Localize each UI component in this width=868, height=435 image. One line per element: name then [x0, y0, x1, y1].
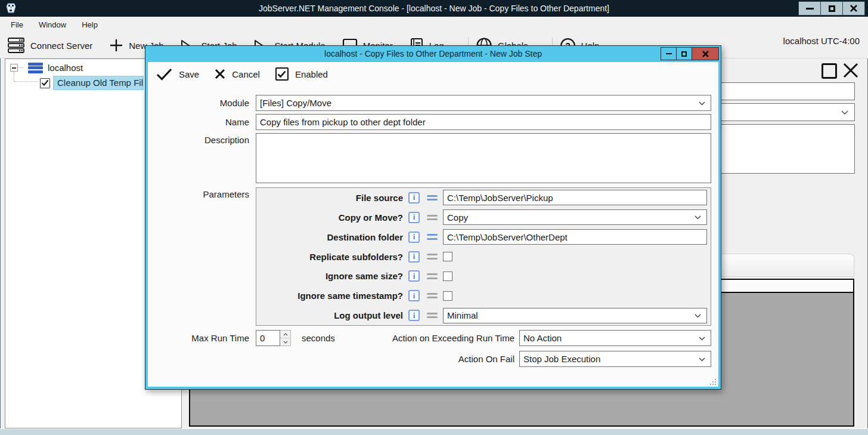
- spin-up-button[interactable]: [280, 331, 290, 338]
- param-label: Log output level: [260, 310, 403, 320]
- spin-down-button[interactable]: [280, 338, 290, 345]
- param-label: Replicate subfolders?: [260, 252, 403, 262]
- tree-collapse-icon[interactable]: [10, 64, 18, 72]
- equals-icon: [427, 273, 438, 279]
- info-icon[interactable]: i: [408, 212, 420, 223]
- check-icon: [41, 79, 49, 87]
- dialog-window-controls: [661, 47, 719, 60]
- dialog-action-bar: Save Cancel Enabled: [156, 67, 336, 81]
- close-icon[interactable]: [842, 62, 859, 79]
- tree-node-localhost[interactable]: localhost: [10, 63, 83, 73]
- close-button[interactable]: [842, 1, 865, 16]
- parameters-group: File source i Copy or Move? i Copy Desti…: [256, 187, 711, 326]
- description-label: Description: [148, 135, 249, 145]
- description-textarea[interactable]: [256, 133, 711, 183]
- resize-grip[interactable]: [709, 378, 717, 385]
- window-title: JobServer.NET Management Console - [loca…: [0, 0, 868, 17]
- dialog-maximize-button[interactable]: [676, 47, 692, 60]
- server-status: localhost UTC-4:00: [783, 36, 860, 46]
- info-icon[interactable]: i: [408, 270, 420, 282]
- param-row-ignore-same-size: Ignore same size? i: [260, 268, 707, 284]
- minimize-button[interactable]: [798, 1, 821, 16]
- name-label: Name: [148, 114, 249, 130]
- info-icon[interactable]: i: [408, 251, 420, 263]
- connect-server-button[interactable]: Connect Server: [7, 37, 92, 54]
- enabled-toggle[interactable]: Enabled: [275, 67, 328, 81]
- info-icon[interactable]: i: [408, 232, 420, 243]
- tree-connector: [14, 72, 14, 81]
- action-on-fail-label: Action On Fail: [336, 351, 514, 367]
- action-on-exceed-select[interactable]: No Action: [519, 330, 711, 346]
- enabled-checkbox[interactable]: [275, 67, 289, 81]
- menu-file[interactable]: File: [11, 20, 23, 29]
- equals-icon: [427, 254, 438, 260]
- info-icon[interactable]: i: [408, 192, 420, 203]
- action-on-fail-select[interactable]: Stop Job Execution: [519, 351, 711, 367]
- chevron-down-icon: [695, 314, 701, 318]
- action-on-fail-row: Action On Fail Stop Job Execution: [148, 351, 711, 367]
- cancel-button[interactable]: Cancel: [215, 69, 260, 79]
- tree-connector: [14, 81, 39, 82]
- max-run-time-input[interactable]: [256, 330, 280, 346]
- file-source-input[interactable]: [443, 190, 707, 205]
- minimize-icon: [666, 53, 672, 55]
- plus-icon: [109, 38, 123, 53]
- equals-icon: [427, 195, 438, 201]
- tree-node-job[interactable]: Cleanup Old Temp Fil: [40, 76, 144, 90]
- dialog-content: Save Cancel Enabled Module [Files] Copy/…: [148, 62, 718, 387]
- tree-connector: [18, 67, 23, 68]
- menu-window[interactable]: Window: [39, 20, 66, 29]
- minimize-icon: [806, 8, 814, 10]
- max-run-time-row: Max Run Time seconds Action on Exceeding…: [148, 330, 711, 346]
- seconds-label: seconds: [302, 330, 335, 346]
- window-controls: [799, 1, 865, 16]
- close-icon: [850, 5, 857, 12]
- new-job-step-dialog: localhost - Copy Files to Other Departme…: [145, 45, 721, 390]
- param-row-log-output-level: Log output level i Minimal: [260, 307, 707, 323]
- module-select[interactable]: [Files] Copy/Move: [256, 95, 711, 111]
- job-enabled-checkbox[interactable]: [40, 78, 50, 88]
- replicate-subfolders-checkbox[interactable]: [443, 252, 452, 261]
- equals-icon: [427, 313, 438, 319]
- window-bottom-frame: [0, 428, 868, 435]
- info-icon[interactable]: i: [408, 290, 420, 301]
- server-icon: [7, 37, 25, 54]
- equals-icon: [427, 215, 438, 221]
- dialog-titlebar[interactable]: localhost - Copy Files to Other Departme…: [145, 46, 721, 62]
- param-label: Copy or Move?: [260, 212, 403, 223]
- ignore-same-timestamp-checkbox[interactable]: [443, 291, 452, 301]
- restore-icon[interactable]: [822, 63, 837, 79]
- x-icon: [215, 69, 225, 79]
- close-icon: [702, 51, 709, 57]
- menu-help[interactable]: Help: [82, 20, 98, 29]
- tree-root-label[interactable]: localhost: [48, 63, 83, 73]
- destination-folder-input[interactable]: [443, 229, 707, 245]
- maximize-icon: [681, 51, 687, 57]
- name-input[interactable]: [256, 114, 711, 130]
- menu-bar: File Window Help: [0, 17, 868, 33]
- check-icon: [277, 70, 286, 78]
- info-icon[interactable]: i: [408, 310, 420, 321]
- dialog-minimize-button[interactable]: [661, 47, 677, 60]
- main-titlebar: JobServer.NET Management Console - [loca…: [0, 0, 868, 17]
- copy-or-move-select[interactable]: Copy: [443, 209, 707, 225]
- spinner-buttons: [280, 330, 291, 346]
- save-button[interactable]: Save: [156, 68, 199, 81]
- module-label: Module: [148, 95, 249, 111]
- param-row-destination-folder: Destination folder i: [260, 229, 707, 245]
- param-row-copy-or-move: Copy or Move? i Copy: [260, 209, 707, 226]
- action-on-exceed-label: Action on Exceeding Run Time: [336, 330, 514, 346]
- param-label: Destination folder: [260, 232, 403, 242]
- max-run-time-spinner: [256, 330, 291, 346]
- param-row-ignore-same-timestamp: Ignore same timestamp? i: [260, 288, 707, 304]
- dialog-close-button[interactable]: [692, 47, 719, 60]
- tree-job-label[interactable]: Cleanup Old Temp Fil: [53, 76, 144, 90]
- ignore-same-size-checkbox[interactable]: [443, 272, 452, 281]
- param-label: File source: [260, 193, 403, 203]
- log-output-level-select[interactable]: Minimal: [443, 308, 707, 323]
- param-row-file-source: File source i: [260, 190, 707, 206]
- desktop: { "app": { "title": "JobServer.NET Manag…: [0, 0, 868, 435]
- maximize-button[interactable]: [820, 1, 843, 16]
- dialog-title: localhost - Copy Files to Other Departme…: [145, 46, 721, 61]
- param-row-replicate-subfolders: Replicate subfolders? i: [260, 249, 707, 265]
